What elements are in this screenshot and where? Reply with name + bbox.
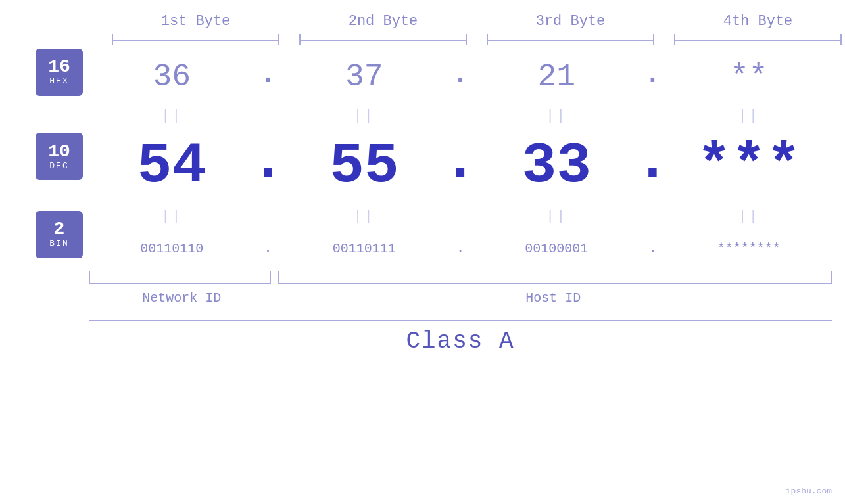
bottom-labels: Network ID Host ID xyxy=(89,290,832,306)
dec-badge: 10 DEC xyxy=(36,133,83,180)
data-grid: 16 HEX 10 DEC 2 BIN xyxy=(0,51,845,355)
byte2-header: 2nd Byte xyxy=(289,13,477,30)
byte4-header: 4th Byte xyxy=(664,13,845,30)
eq2-b1: || xyxy=(161,208,182,225)
eq1-b3: || xyxy=(546,108,567,124)
eq1-b1: || xyxy=(161,108,182,124)
byte3-header: 3rd Byte xyxy=(477,13,664,30)
eq1-b2: || xyxy=(354,108,375,124)
dec-row: 54 . 55 . 33 . *** xyxy=(89,128,832,204)
bin-b1: 00110110 xyxy=(132,241,211,256)
eq1-b4: || xyxy=(738,108,760,124)
class-section: Class A xyxy=(89,320,832,355)
class-label: Class A xyxy=(89,328,832,355)
bin-badge: 2 BIN xyxy=(36,211,83,258)
hex-b4: ** xyxy=(710,59,788,95)
eq2-b4: || xyxy=(738,208,760,225)
bracket-row xyxy=(102,34,845,45)
host-id-label: Host ID xyxy=(275,290,833,306)
hex-b2: 37 xyxy=(325,59,404,95)
eq2-b3: || xyxy=(546,208,567,225)
bin-sep2: . xyxy=(456,241,464,257)
dec-b3: 33 xyxy=(517,133,596,198)
bin-sep3: . xyxy=(648,241,657,257)
dec-b4: *** xyxy=(697,133,801,198)
dec-sep3: . xyxy=(635,129,670,204)
byte1-header: 1st Byte xyxy=(102,13,289,30)
hex-sep1: . xyxy=(258,56,278,98)
main-container: 1st Byte 2nd Byte 3rd Byte 4th Byte xyxy=(0,0,845,504)
bottom-brackets xyxy=(89,271,832,285)
hex-sep3: . xyxy=(643,56,662,98)
dec-b2: 55 xyxy=(325,133,404,198)
eq-row-2: || || || || xyxy=(89,204,832,229)
bin-sep1: . xyxy=(264,241,272,257)
data-rows: 36 . 37 . 21 . ** || || || || 54 xyxy=(89,51,845,355)
class-bracket-line xyxy=(89,320,832,321)
eq2-b2: || xyxy=(354,208,375,225)
hex-b1: 36 xyxy=(132,59,211,95)
dec-sep2: . xyxy=(443,129,478,204)
bin-row: 00110110 . 00110111 . 00100001 . *******… xyxy=(89,229,832,268)
dec-sep1: . xyxy=(251,129,285,204)
dec-b1: 54 xyxy=(132,133,211,198)
bin-b4: ******** xyxy=(710,241,788,256)
hex-badge: 16 HEX xyxy=(36,49,83,96)
bin-b3: 00100001 xyxy=(517,241,596,256)
bin-b2: 00110111 xyxy=(325,241,404,256)
hex-b3: 21 xyxy=(517,59,596,95)
watermark: ipshu.com xyxy=(786,486,832,496)
badges-column: 16 HEX 10 DEC 2 BIN xyxy=(0,51,89,355)
eq-row-1: || || || || xyxy=(89,103,832,128)
hex-row: 36 . 37 . 21 . ** xyxy=(89,51,832,103)
network-id-label: Network ID xyxy=(89,290,275,306)
hex-sep2: . xyxy=(451,56,470,98)
